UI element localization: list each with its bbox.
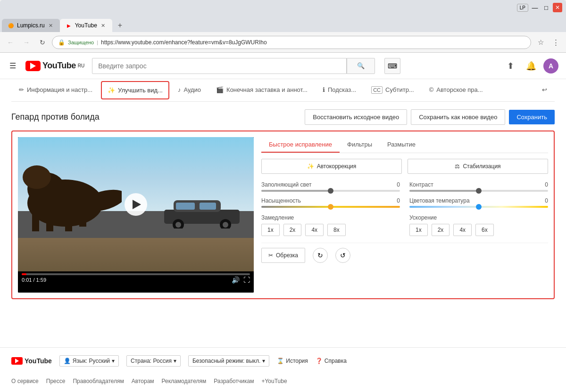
controls-row: 0:01 / 1:59 🔊 ⛶ [22,276,250,284]
back-button[interactable]: ← [4,36,17,49]
accel-6x[interactable]: 6x [475,224,494,236]
save-new-button[interactable]: Сохранить как новое видео [411,109,505,125]
history-link[interactable]: ⌛ История [277,358,308,364]
panel-tab-quick[interactable]: Быстрое исправление [261,137,340,153]
saturation-track[interactable] [261,206,400,208]
tab-subtitles[interactable]: CC Субтитр... [364,80,422,101]
tab-lumpics[interactable]: 🟠 Lumpics.ru ✕ [2,19,60,32]
tab-back[interactable]: ↩ [534,80,555,101]
footer-link-advertisers[interactable]: Рекламодателям [162,378,207,384]
color-temp-thumb[interactable] [476,204,482,210]
tab-info[interactable]: ✏ Информация и настр... [11,80,100,101]
person-icon: 👤 [64,358,71,364]
minimize-button[interactable]: — [530,3,540,12]
yt-play-shape [30,63,36,69]
yt-search-input[interactable] [92,58,347,74]
enhance-buttons: ✨ Автокоррекция ⚖ Стабилизация [261,159,548,174]
yt-logo[interactable]: YouTube RU [25,61,84,71]
new-tab-button[interactable]: + [112,19,129,32]
footer-link-press[interactable]: Прессе [46,378,66,384]
tab-enhance[interactable]: ✨ Улучшить вид... [101,81,169,99]
autocorrect-button[interactable]: ✨ Автокоррекция [261,159,402,174]
fill-light-track[interactable] [261,190,400,192]
accel-2x[interactable]: 2x [432,224,450,236]
tab-cards[interactable]: ℹ Подсказ... [315,80,364,101]
history-icon: ⌛ [277,358,284,364]
slider-fill-light: Заполняющий свет 0 [261,181,400,192]
footer-link-developers[interactable]: Разработчикам [214,378,254,384]
maximize-button[interactable]: □ [541,3,551,12]
footer-link-plus[interactable]: +YouTube [261,378,287,384]
footer-link-authors[interactable]: Авторам [132,378,154,384]
bookmark-icon[interactable]: ☆ [534,36,547,49]
tab-youtube[interactable]: ▶ YouTube ✕ [60,19,112,32]
play-button[interactable] [125,193,147,216]
accel-1x[interactable]: 1x [409,224,428,236]
more-icon[interactable]: ⋮ [549,36,562,49]
yt-search-button[interactable]: 🔍 [347,58,375,74]
chevron-down-icon: ▾ [112,358,115,364]
fill-light-thumb[interactable] [328,188,333,194]
panel-tab-filters[interactable]: Фильтры [340,137,380,153]
info-icon: ℹ [323,86,325,93]
help-label: Справка [325,358,347,364]
svg-rect-4 [46,210,53,231]
close-button[interactable]: ✕ [553,3,562,12]
tab-youtube-label: YouTube [75,22,97,29]
fill-light-left-fill [261,190,331,192]
contrast-track[interactable] [409,190,548,192]
volume-icon[interactable]: 🔊 [232,276,240,284]
progress-bar[interactable] [22,273,250,275]
hamburger-menu[interactable]: ☰ [8,59,18,72]
stabilize-button[interactable]: ⚖ Стабилизация [408,159,548,174]
footer-bottom: О сервисе Прессе Правообладателям Автора… [0,374,566,392]
scissors-icon: ✂ [268,252,273,259]
footer-link-about[interactable]: О сервисе [11,378,39,384]
color-temp-track[interactable] [409,206,548,208]
help-icon: ❓ [316,358,323,364]
tab-copyright[interactable]: © Авторское пра... [422,80,491,101]
tab-audio[interactable]: ♪ Аудио [170,80,208,101]
tab-youtube-close[interactable]: ✕ [100,22,107,29]
video-frame [18,137,254,271]
contrast-thumb[interactable] [476,188,482,194]
yt-logo-ru: RU [78,63,84,68]
slider-contrast: Контраст 0 [409,181,548,192]
restore-button[interactable]: Восстановить исходное видео [305,109,407,125]
rotate-right-button[interactable]: ↻ [313,248,328,263]
safemode-select[interactable]: Безопасный режим: выкл. ▾ [188,355,269,367]
rotate-left-button[interactable]: ↺ [335,248,350,263]
cheetah-shape [18,147,122,231]
forward-button[interactable]: → [20,36,33,49]
decel-2x[interactable]: 2x [283,224,302,236]
tab-lumpics-close[interactable]: ✕ [48,22,54,29]
panel-tab-blur[interactable]: Размытие [380,137,423,153]
fullscreen-icon[interactable]: ⛶ [243,276,250,284]
sparkle-icon: ✨ [108,87,115,94]
user-avatar[interactable]: A [543,58,558,74]
svg-rect-3 [32,208,39,231]
saturation-thumb[interactable] [328,204,333,210]
language-select[interactable]: 👤 Язык: Русский ▾ [59,355,119,367]
crop-button[interactable]: ✂ Обрезка [261,248,305,263]
decel-8x[interactable]: 8x [327,224,346,236]
decel-4x[interactable]: 4x [305,224,324,236]
tab-endscreen[interactable]: 🎬 Конечная заставка и аннот... [208,80,315,101]
bell-button[interactable]: 🔔 [523,57,540,74]
acceleration-buttons: 1x 2x 4x 6x [409,224,548,236]
country-label: Страна: Россия [131,358,172,364]
decel-1x[interactable]: 1x [261,224,280,236]
keyboard-button[interactable]: ⌨ [384,58,400,74]
help-link[interactable]: ❓ Справка [316,358,347,364]
accel-4x[interactable]: 4x [453,224,472,236]
deceleration-label: Замедление [261,214,400,221]
footer-link-copyright[interactable]: Правообладателям [73,378,124,384]
address-input[interactable]: 🔒 Защищено | https://www.youtube.com/enh… [52,36,531,49]
film-icon: 🎬 [216,86,224,93]
reload-button[interactable]: ↻ [36,36,49,49]
footer-logo[interactable]: YouTube [11,357,52,365]
save-button[interactable]: Сохранить [509,110,555,124]
upload-button[interactable]: ⬆ [502,57,519,74]
country-select[interactable]: Страна: Россия ▾ [126,355,181,367]
safemode-label: Безопасный режим: выкл. [192,358,260,364]
